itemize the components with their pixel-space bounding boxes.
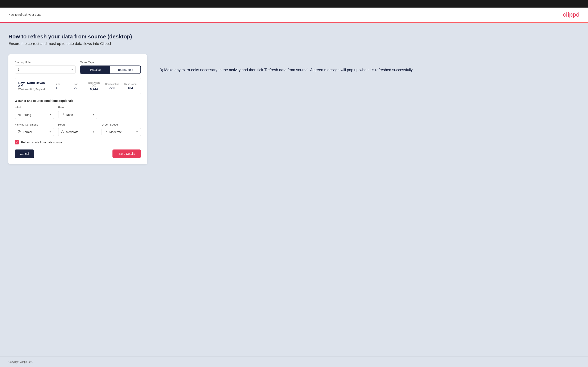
fairway-icon (17, 130, 21, 134)
rough-value: Moderate (66, 130, 93, 134)
rough-arrow: ▼ (93, 131, 95, 133)
game-type-toggle: Practice Tournament (80, 66, 141, 74)
rough-label: Rough (58, 123, 97, 126)
holes-label: Holes (51, 83, 65, 85)
rain-icon (61, 113, 64, 117)
wind-icon (17, 113, 21, 117)
svg-point-4 (19, 131, 19, 132)
course-row: Royal North Devon GC, Westward Ho!, Engl… (15, 78, 141, 94)
slope-rating-col: Slope rating 134 (123, 83, 137, 90)
page-subheading: Ensure the correct and most up to date d… (9, 42, 579, 46)
save-button[interactable]: Save Details (112, 150, 141, 158)
course-name-col: Royal North Devon GC, Westward Ho!, Engl… (18, 81, 46, 91)
rough-icon (61, 130, 64, 134)
form-row-top: Starting Hole 1 ▼ Game Type Practice Tou… (15, 61, 141, 74)
green-speed-select[interactable]: Moderate ▼ (102, 128, 141, 136)
starting-hole-label: Starting Hole (15, 61, 76, 64)
course-table: Royal North Devon GC, Westward Ho!, Engl… (15, 78, 141, 94)
button-row: Cancel Save Details (15, 150, 141, 158)
footer: Copyright Clippd 2022 (0, 356, 588, 367)
course-rating-value: 72.5 (105, 86, 119, 90)
fairway-label: Fairway Conditions (15, 123, 54, 126)
rain-label: Rain (58, 106, 97, 109)
par-col: Par 72 (69, 83, 83, 90)
rain-arrow: ▼ (93, 114, 95, 116)
form-card: Starting Hole 1 ▼ Game Type Practice Tou… (9, 54, 147, 164)
green-speed-icon (104, 130, 108, 134)
instruction-text: 3) Make any extra edits necessary to the… (160, 67, 579, 73)
main-content: How to refresh your data from source (de… (0, 23, 588, 356)
game-type-group: Game Type Practice Tournament (80, 61, 141, 74)
wind-rain-row: Wind Strong ▼ Rain No (15, 106, 141, 119)
tournament-button[interactable]: Tournament (110, 66, 140, 74)
svg-line-1 (62, 115, 62, 116)
green-speed-label: Green Speed (102, 123, 141, 126)
conditions-row: Fairway Conditions Normal ▼ Rough (15, 123, 141, 136)
course-name: Royal North Devon GC, (18, 81, 46, 88)
rain-group: Rain None ▼ (58, 106, 97, 119)
fairway-select[interactable]: Normal ▼ (15, 128, 54, 136)
slope-rating-label: Slope rating (123, 83, 137, 85)
fairway-value: Normal (23, 130, 49, 134)
conditions-label: Weather and course conditions (optional) (15, 99, 141, 102)
svg-line-2 (63, 115, 63, 116)
svg-point-0 (62, 113, 63, 115)
header-title: How to refresh your data (9, 13, 41, 16)
yards-col: Yards/White (M)) 6,744 (87, 82, 101, 91)
wind-label: Wind (15, 106, 54, 109)
wind-value: Strong (23, 113, 49, 117)
yards-label: Yards/White (M)) (87, 82, 101, 86)
rain-select[interactable]: None ▼ (58, 111, 97, 119)
game-type-label: Game Type (80, 61, 141, 64)
checkbox-row: Refresh shots from data source (15, 140, 141, 144)
course-location: Westward Ho!, England (18, 88, 46, 91)
content-area: Starting Hole 1 ▼ Game Type Practice Tou… (9, 54, 579, 164)
header: How to refresh your data clippd (0, 8, 588, 22)
starting-hole-select[interactable]: 1 (15, 66, 76, 74)
cancel-button[interactable]: Cancel (15, 150, 34, 158)
yards-value: 6,744 (87, 87, 101, 91)
svg-line-5 (106, 131, 107, 132)
practice-button[interactable]: Practice (80, 66, 110, 74)
rain-value: None (66, 113, 93, 117)
slope-rating-value: 134 (123, 86, 137, 90)
course-rating-col: Course rating 72.5 (105, 83, 119, 90)
green-speed-arrow: ▼ (136, 131, 138, 133)
par-value: 72 (69, 86, 83, 90)
checkbox-label: Refresh shots from data source (21, 141, 62, 144)
rough-group: Rough Moderate ▼ (58, 123, 97, 136)
top-bar (0, 0, 588, 8)
clippd-logo: clippd (563, 11, 579, 18)
starting-hole-select-wrapper[interactable]: 1 ▼ (15, 66, 76, 74)
wind-arrow: ▼ (49, 114, 51, 116)
wind-select[interactable]: Strong ▼ (15, 111, 54, 119)
starting-hole-group: Starting Hole 1 ▼ (15, 61, 76, 74)
rough-select[interactable]: Moderate ▼ (58, 128, 97, 136)
fairway-group: Fairway Conditions Normal ▼ (15, 123, 54, 136)
page-heading: How to refresh your data from source (de… (9, 33, 579, 40)
wind-group: Wind Strong ▼ (15, 106, 54, 119)
refresh-checkbox[interactable] (15, 140, 19, 144)
green-speed-value: Moderate (109, 130, 136, 134)
fairway-arrow: ▼ (49, 131, 51, 133)
green-speed-group: Green Speed Moderate ▼ (102, 123, 141, 136)
par-label: Par (69, 83, 83, 85)
footer-text: Copyright Clippd 2022 (9, 360, 34, 363)
course-rating-label: Course rating (105, 83, 119, 85)
holes-value: 18 (51, 86, 65, 90)
holes-col: Holes 18 (51, 83, 65, 90)
instruction-panel: 3) Make any extra edits necessary to the… (160, 54, 579, 73)
